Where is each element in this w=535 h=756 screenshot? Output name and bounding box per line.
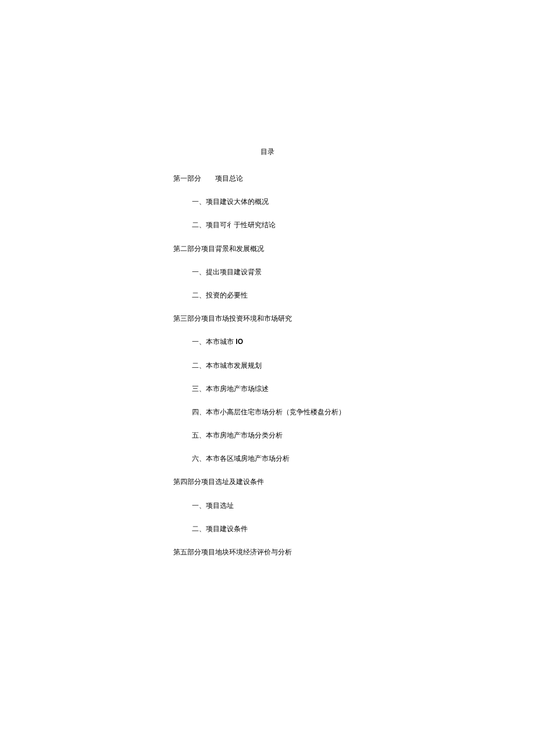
document-content: 目录 第一部分 项目总论 一、项目建设大体的概况 二、项目可彳于性研究结论 第二… (173, 147, 362, 558)
document-title: 目录 (173, 147, 362, 157)
section-3-item-4: 四、本市小高层住宅市场分析（竞争性楼盘分析） (192, 407, 362, 418)
section-3-item-1-bold: IO (236, 338, 243, 346)
section-3-item-2: 二、本市城市发展规划 (192, 360, 362, 371)
section-2-heading: 第二部分项目背景和发展概况 (173, 243, 362, 255)
section-2-item-2: 二、投资的必要性 (192, 290, 362, 301)
section-4-item-1: 一、项目选址 (192, 500, 362, 511)
section-3-item-1-prefix: 一、本市城市 (192, 338, 236, 346)
section-3-item-1: 一、本市城市 IO (192, 336, 362, 347)
section-1-item-1: 一、项目建设大体的概况 (192, 196, 362, 207)
section-4-item-2: 二、项目建设条件 (192, 524, 362, 535)
section-4-heading: 第四部分项目选址及建设条件 (173, 476, 362, 488)
section-3-item-3: 三、本市房地产市场综述 (192, 384, 362, 395)
section-1-item-2: 二、项目可彳于性研究结论 (192, 220, 362, 231)
section-3-item-6: 六、本市各区域房地产市场分析 (192, 453, 362, 464)
section-3-heading: 第三部分项目市场投资环境和市场研究 (173, 313, 362, 324)
section-2-item-1: 一、提出项目建设背景 (192, 267, 362, 278)
section-5-heading: 第五部分项目地块环境经济评价与分析 (173, 547, 362, 558)
section-1-heading: 第一部分 项目总论 (173, 173, 362, 184)
section-3-item-5: 五、本市房地产市场分类分析 (192, 430, 362, 441)
